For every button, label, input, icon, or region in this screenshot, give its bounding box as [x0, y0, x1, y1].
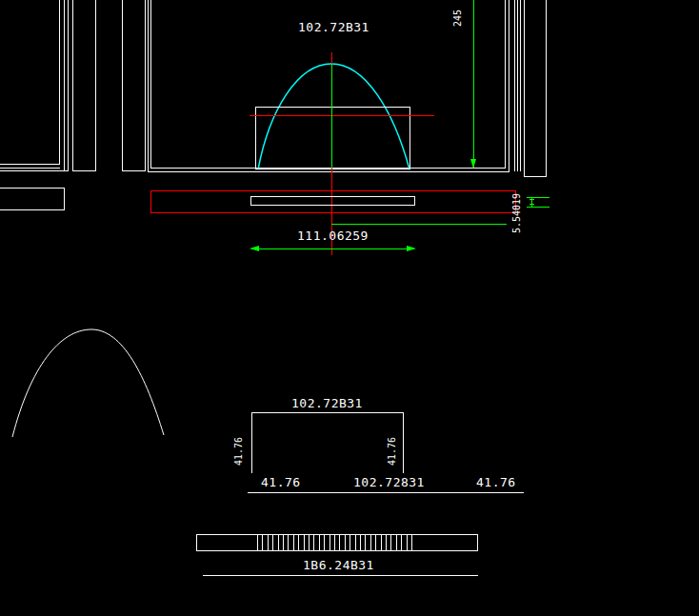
column-b	[122, 0, 146, 171]
centerline-green	[331, 64, 332, 168]
centerline-red-top	[331, 52, 332, 64]
right-wall-line-2	[517, 0, 518, 171]
elevation-right-edge	[403, 412, 404, 473]
thickness-ext-line-long	[331, 224, 507, 225]
elevation-top-edge	[251, 412, 404, 413]
opening-dim-line	[251, 248, 414, 249]
red-horizontal-line	[250, 115, 434, 116]
thickness-ext-line-top	[527, 197, 549, 198]
opening-dim-arrow-right	[407, 246, 416, 251]
slab-thickness-label: 5.54019	[512, 174, 522, 233]
elevation-left-height-label: 41.76	[234, 420, 244, 466]
thickness-dim-tick-bottom	[529, 204, 534, 205]
right-column	[524, 0, 547, 177]
cad-canvas[interactable]: 102.72B31 245 5.54019 111.06259 102.72B3…	[0, 0, 699, 616]
left-room-outer-wall-line-2	[68, 0, 69, 170]
arch-width-label: 102.72B31	[298, 21, 369, 33]
height-dim-label: 245	[453, 0, 463, 27]
thickness-dim-tick-top	[529, 199, 534, 200]
left-room-bottom-line-1	[0, 168, 60, 169]
right-wall-line-1	[514, 0, 515, 171]
opening-width-label: 111.06259	[297, 229, 369, 242]
slab-inner-plate	[250, 196, 415, 206]
height-dim-line	[473, 0, 474, 168]
height-dim-arrow-down	[470, 159, 476, 169]
strip-base-line	[203, 575, 478, 576]
elevation-base-line	[248, 492, 524, 493]
left-room-wall	[0, 0, 60, 165]
elevation-top-width-label: 102.72B31	[291, 397, 363, 409]
left-room-outer-wall-line-1	[64, 0, 65, 170]
right-wall-line-3	[520, 0, 521, 171]
thickness-ext-line-bottom	[527, 207, 549, 208]
column-a	[72, 0, 96, 171]
left-footing-box	[0, 188, 65, 210]
base-center-label: 102.72831	[353, 476, 425, 488]
base-right-label: 41.76	[476, 476, 516, 488]
strip-hatch	[257, 535, 413, 550]
opening-dim-arrow-left	[250, 246, 259, 251]
elevation-left-edge	[251, 412, 252, 473]
elevation-right-height-label: 41.76	[388, 420, 397, 466]
left-room-bottom-line-2	[0, 170, 69, 171]
base-left-label: 41.76	[261, 476, 301, 488]
arch-curve-white	[12, 329, 164, 437]
strip-total-width-label: 1B6.24B31	[303, 559, 374, 571]
